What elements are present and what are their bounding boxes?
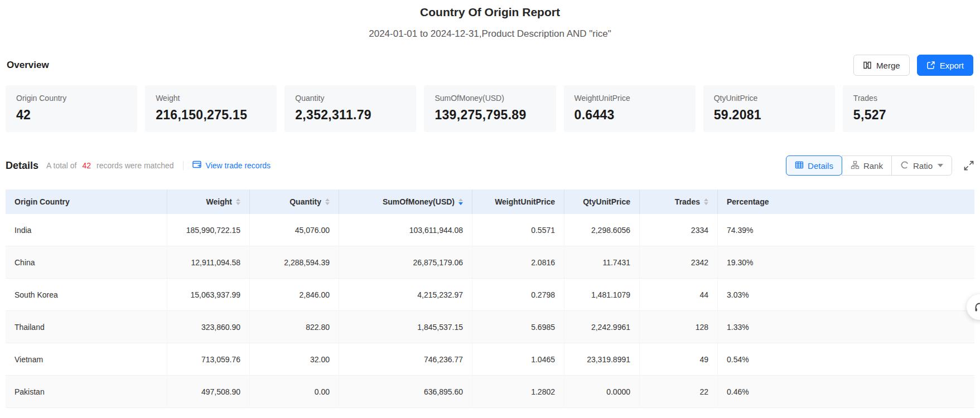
overview-bar: Overview Merge Export [6, 55, 974, 76]
cell-weight: 713,059.76 [167, 343, 250, 376]
stat-card-weight: Weight 216,150,275.15 [145, 85, 277, 132]
trade-records-window-icon [192, 161, 202, 171]
cell-origin-country: Vietnam [6, 343, 167, 376]
cell-weight: 12,911,094.58 [167, 246, 250, 279]
cell-trades: 128 [640, 311, 718, 343]
column-label: QtyUnitPrice [583, 197, 630, 206]
export-icon [926, 61, 935, 70]
details-table-wrap: Origin CountryWeightQuantitySumOfMoney(U… [6, 189, 974, 408]
stat-card-weight-unit-price: WeightUnitPrice 0.6443 [564, 85, 696, 132]
match-summary: A total of 42 records were matched [46, 161, 174, 170]
stat-value: 0.6443 [575, 108, 685, 123]
cell-origin-country: China [6, 246, 167, 279]
stat-card-sum-of-money: SumOfMoney(USD) 139,275,795.89 [424, 85, 556, 132]
cell-quantity: 2,288,594.39 [250, 246, 339, 279]
cell-qtyunitprice: 2,242.9961 [564, 311, 640, 343]
cell-trades: 44 [640, 279, 718, 311]
overview-actions: Merge Export [853, 55, 973, 76]
tab-ratio-label: Ratio [913, 161, 933, 171]
column-header-weightunitprice: WeightUnitPrice [472, 189, 564, 214]
stat-label: Origin Country [16, 94, 127, 103]
table-header: Origin CountryWeightQuantitySumOfMoney(U… [6, 189, 974, 214]
stat-label: Trades [853, 94, 964, 103]
stat-value: 216,150,275.15 [156, 108, 266, 123]
stat-value: 2,352,311.79 [295, 108, 405, 123]
sort-carets-icon[interactable] [458, 198, 463, 205]
chevron-down-icon [938, 164, 943, 167]
cell-trades: 49 [640, 343, 718, 376]
cell-qtyunitprice: 11.7431 [564, 246, 640, 279]
cell-sumofmoney-usd: 103,611,944.08 [339, 214, 472, 246]
stat-card-trades: Trades 5,527 [843, 85, 974, 132]
cell-sumofmoney-usd: 746,236.77 [339, 343, 472, 376]
column-label: Weight [206, 197, 232, 206]
column-header-sumofmoney-usd[interactable]: SumOfMoney(USD) [339, 189, 472, 214]
export-button[interactable]: Export [917, 55, 973, 76]
stat-label: WeightUnitPrice [575, 94, 685, 103]
cell-quantity: 822.80 [250, 311, 339, 343]
match-summary-prefix: A total of [46, 161, 76, 170]
cell-percentage: 3.03% [718, 279, 974, 311]
cell-weight: 323,860.90 [167, 311, 250, 343]
cell-trades: 2342 [640, 246, 718, 279]
details-heading: Details [6, 160, 38, 172]
cell-trades: 2334 [640, 214, 718, 246]
column-label: Origin Country [15, 197, 70, 206]
report-header: Country Of Origin Report 2024-01-01 to 2… [6, 0, 974, 40]
page-title: Country Of Origin Report [6, 6, 974, 19]
cell-weight: 185,990,722.15 [167, 214, 250, 246]
export-button-label: Export [940, 61, 964, 70]
table-row: India185,990,722.1545,076.00103,611,944.… [6, 214, 974, 246]
cell-percentage: 0.46% [718, 376, 974, 408]
sort-carets-icon[interactable] [325, 198, 330, 205]
merge-button[interactable]: Merge [853, 55, 910, 76]
stat-label: SumOfMoney(USD) [435, 94, 545, 103]
column-label: Trades [675, 197, 700, 206]
view-switch: Details Rank [786, 155, 974, 176]
column-header-trades[interactable]: Trades [640, 189, 718, 214]
details-bar: Details A total of 42 records were match… [6, 155, 974, 176]
cell-origin-country: Thailand [6, 311, 167, 343]
cell-sumofmoney-usd: 1,845,537.15 [339, 311, 472, 343]
column-header-weight[interactable]: Weight [167, 189, 250, 214]
table-grid-icon [795, 161, 804, 171]
cell-percentage: 0.54% [718, 343, 974, 376]
cell-qtyunitprice: 0.0000 [564, 376, 640, 408]
vertical-divider [183, 161, 184, 170]
sort-carets-icon[interactable] [704, 198, 708, 205]
table-row: South Korea15,063,937.992,846.004,215,23… [6, 279, 974, 311]
tab-rank[interactable]: Rank [842, 155, 892, 176]
stat-card-origin-country: Origin Country 42 [6, 85, 137, 132]
cell-quantity: 0.00 [250, 376, 339, 408]
tab-details-label: Details [808, 161, 833, 171]
cell-weightunitprice: 1.2802 [472, 376, 564, 408]
cell-weightunitprice: 0.2798 [472, 279, 564, 311]
cell-percentage: 74.39% [718, 214, 974, 246]
report-page: Country Of Origin Report 2024-01-01 to 2… [0, 0, 980, 418]
cell-trades: 22 [640, 376, 718, 408]
view-trade-records-label: View trade records [206, 161, 271, 170]
cell-percentage: 1.33% [718, 311, 974, 343]
stat-label: QtyUnitPrice [714, 94, 824, 103]
sort-carets-icon[interactable] [236, 198, 240, 205]
overview-stat-cards: Origin Country 42 Weight 216,150,275.15 … [6, 85, 974, 132]
table-row: Pakistan497,508.900.00636,895.601.28020.… [6, 376, 974, 408]
view-trade-records-link[interactable]: View trade records [192, 161, 271, 171]
cell-percentage: 19.30% [718, 246, 974, 279]
table-row: Thailand323,860.90822.801,845,537.155.69… [6, 311, 974, 343]
column-header-quantity[interactable]: Quantity [250, 189, 339, 214]
rank-chart-icon [851, 161, 860, 171]
tab-ratio[interactable]: Ratio [891, 155, 952, 176]
cell-qtyunitprice: 23,319.8991 [564, 343, 640, 376]
stat-label: Quantity [295, 94, 405, 103]
cell-origin-country: India [6, 214, 167, 246]
fullscreen-button[interactable] [963, 160, 974, 171]
table-row: China12,911,094.582,288,594.3926,875,179… [6, 246, 974, 279]
cell-sumofmoney-usd: 26,875,179.06 [339, 246, 472, 279]
tab-details[interactable]: Details [786, 155, 842, 176]
cell-weightunitprice: 5.6985 [472, 311, 564, 343]
cell-qtyunitprice: 1,481.1079 [564, 279, 640, 311]
cell-sumofmoney-usd: 636,895.60 [339, 376, 472, 408]
stat-label: Weight [156, 94, 266, 103]
column-label: Quantity [289, 197, 321, 206]
